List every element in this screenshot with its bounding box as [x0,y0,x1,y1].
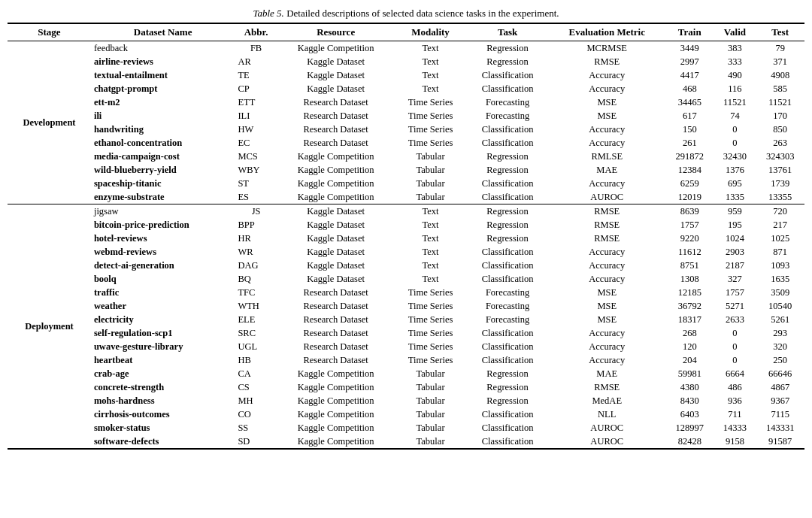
cell: Time Series [395,286,467,299]
cell: Research Dataset [277,109,395,123]
cell: spaceship-titanic [91,177,235,190]
cell: 59981 [665,367,714,380]
cell: ili [91,109,235,123]
cell: crab-age [91,367,235,380]
cell: Tabular [395,190,467,204]
cell: 195 [714,218,756,232]
cell: 13355 [756,190,804,204]
cell: NLL [549,407,665,421]
cell: WR [235,245,277,259]
cell: Kaggle Dataset [277,204,395,219]
cell: 2903 [714,245,756,259]
table-row: mohs-hardnessMHKaggle CompetitionTabular… [8,394,804,407]
cell: 4867 [756,380,804,394]
cell: Classification [467,421,549,435]
cell: concrete-strength [91,380,235,394]
header-dataset-name: Dataset Name [91,23,235,41]
cell: Classification [467,340,549,353]
cell: ELE [235,313,277,326]
cell: 2997 [665,55,714,68]
cell: Tabular [395,177,467,190]
cell: weather [91,299,235,313]
cell: 74 [714,109,756,123]
cell: Time Series [395,340,467,353]
cell: 850 [756,123,804,136]
cell: Kaggle Competition [277,150,395,163]
table-row: spaceship-titanicSTKaggle CompetitionTab… [8,177,804,190]
cell: webmd-reviews [91,245,235,259]
cell: 143331 [756,421,804,435]
table-row: smoker-statusSSKaggle CompetitionTabular… [8,421,804,435]
cell: Research Dataset [277,286,395,299]
cell: Classification [467,68,549,82]
cell: Forecasting [467,109,549,123]
cell: Time Series [395,95,467,109]
cell: RMSE [549,232,665,245]
cell: 1757 [714,286,756,299]
cell: Regression [467,380,549,394]
cell: Kaggle Competition [277,407,395,421]
cell: 5271 [714,299,756,313]
cell: Kaggle Competition [277,380,395,394]
header-task: Task [467,23,549,41]
cell: Text [395,68,467,82]
cell: 936 [714,394,756,407]
cell: CA [235,367,277,380]
cell: 7115 [756,407,804,421]
cell: DAG [235,259,277,272]
cell: TE [235,68,277,82]
cell: Time Series [395,313,467,326]
cell: AUROC [549,190,665,204]
cell: 1308 [665,272,714,286]
cell: Regression [467,150,549,163]
cell: 9158 [714,435,756,449]
cell: AR [235,55,277,68]
cell: 4380 [665,380,714,394]
cell: 11521 [756,95,804,109]
cell: MSE [549,95,665,109]
cell: 13761 [756,163,804,177]
cell: uwave-gesture-library [91,340,235,353]
cell: 4908 [756,68,804,82]
cell: 261 [665,136,714,150]
cell: enzyme-substrate [91,190,235,204]
cell: Text [395,41,467,56]
cell: RMSE [549,380,665,394]
cell: Text [395,218,467,232]
cell: ethanol-concentration [91,136,235,150]
cell: Kaggle Dataset [277,218,395,232]
cell: HR [235,232,277,245]
cell: Kaggle Competition [277,394,395,407]
cell: AUROC [549,435,665,449]
cell: SRC [235,326,277,340]
cell: 371 [756,55,804,68]
cell: Tabular [395,163,467,177]
cell: Research Dataset [277,136,395,150]
cell: Time Series [395,353,467,367]
cell: Forecasting [467,95,549,109]
cell: FB [235,41,277,56]
cell: 6664 [714,367,756,380]
table-row: iliILIResearch DatasetTime SeriesForecas… [8,109,804,123]
cell: ST [235,177,277,190]
cell: CS [235,380,277,394]
stage-deployment: Deployment [8,204,91,450]
cell: self-regulation-scp1 [91,326,235,340]
cell: MCRMSE [549,41,665,56]
caption-table-num: Table 5. [253,8,283,19]
cell: 128997 [665,421,714,435]
cell: RMSE [549,55,665,68]
table-row: software-defectsSDKaggle CompetitionTabu… [8,435,804,449]
header-eval-metric: Evaluation Metric [549,23,665,41]
cell: Regression [467,367,549,380]
table-row: handwritingHWResearch DatasetTime Series… [8,123,804,136]
cell: 1739 [756,177,804,190]
cell: 695 [714,177,756,190]
cell: HW [235,123,277,136]
cell: ILI [235,109,277,123]
cell: Research Dataset [277,353,395,367]
cell: 18317 [665,313,714,326]
cell: electricity [91,313,235,326]
cell: 3449 [665,41,714,56]
cell: 82428 [665,435,714,449]
